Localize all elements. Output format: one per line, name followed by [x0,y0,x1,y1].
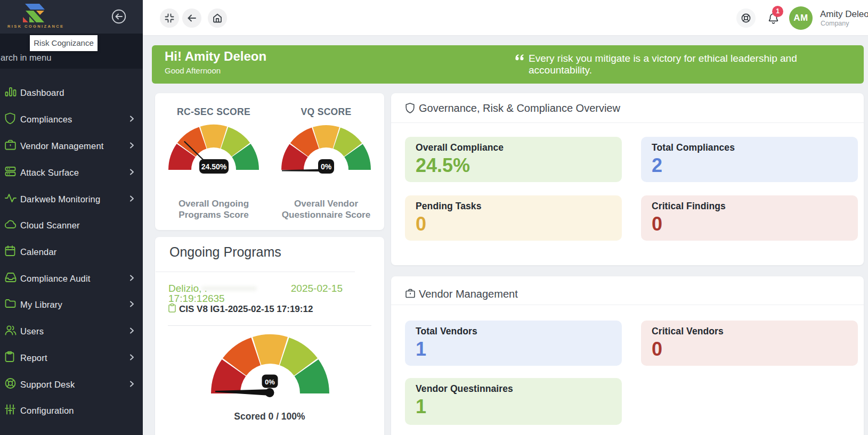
svg-text:0%: 0% [265,378,275,386]
svg-text:0%: 0% [321,162,332,171]
svg-text:24.50%: 24.50% [201,162,227,171]
